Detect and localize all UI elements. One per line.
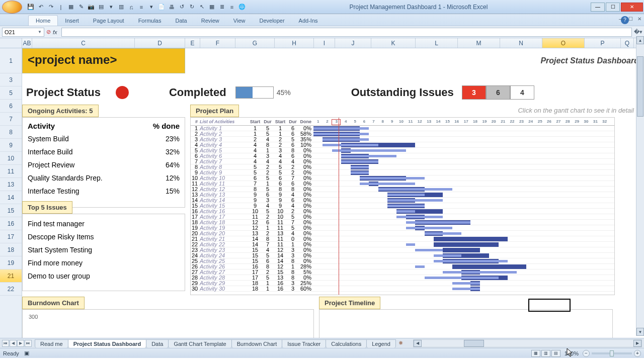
qat-icon[interactable]: ≣	[217, 3, 226, 12]
tab-first-icon[interactable]: ⏮	[2, 340, 9, 347]
ribbon-tab-review[interactable]: Review	[194, 16, 226, 26]
ribbon-tab-home[interactable]: Home	[28, 15, 58, 26]
scroll-up-icon[interactable]: ▲	[636, 36, 644, 44]
ribbon-tab-page-layout[interactable]: Page Layout	[86, 16, 131, 26]
column-header[interactable]: I	[314, 38, 335, 48]
row-header[interactable]: 19	[0, 256, 22, 269]
tab-nav[interactable]: ⏮ ◀ ▶ ⏭	[2, 340, 32, 347]
qat-icon[interactable]: ↖	[197, 3, 206, 12]
row-header[interactable]: 21	[0, 269, 22, 283]
ribbon-minimize-icon[interactable]: —	[618, 15, 625, 22]
column-header[interactable]: C	[32, 38, 135, 48]
column-header[interactable]: M	[458, 38, 500, 48]
qat-icon[interactable]: ▾	[147, 3, 156, 12]
row-header[interactable]: 16	[0, 217, 22, 230]
ribbon-restore-icon[interactable]: ☐	[627, 15, 634, 22]
zoom-level[interactable]: 130%	[565, 350, 579, 356]
zoom-thumb[interactable]	[610, 350, 614, 356]
qat-icon[interactable]: ▦	[66, 3, 75, 12]
row-header[interactable]: 1	[0, 48, 22, 73]
qat-icon[interactable]: ✎	[76, 3, 86, 12]
row-header[interactable]: 14	[0, 191, 22, 204]
column-header[interactable]: L	[416, 38, 458, 48]
undo-icon[interactable]: ↶	[36, 3, 45, 12]
qat-icon[interactable]: 🌐	[237, 3, 247, 12]
sheet-tab[interactable]: Project Status Dashboard	[68, 339, 146, 348]
qat-icon[interactable]: 🖶	[167, 3, 176, 12]
zoom-out-button[interactable]: −	[583, 350, 590, 357]
zoom-slider[interactable]	[592, 352, 632, 354]
ribbon-tab-data[interactable]: Data	[168, 16, 194, 26]
ribbon-tab-developer[interactable]: Developer	[252, 16, 291, 26]
sheet-tab[interactable]: Read me	[35, 339, 68, 348]
qat-icon[interactable]: ▾	[107, 3, 116, 12]
sheet-tab[interactable]: Burndown Chart	[231, 339, 283, 348]
row-header[interactable]: 7	[0, 113, 22, 126]
horizontal-scrollbar[interactable]: ◀ ▶	[413, 339, 642, 347]
column-header[interactable]: AB	[22, 38, 32, 48]
row-header[interactable]: 13	[0, 178, 22, 191]
column-header[interactable]: F	[200, 38, 235, 48]
insert-sheet-icon[interactable]: ✸	[398, 340, 403, 346]
column-header[interactable]: N	[500, 38, 542, 48]
tab-prev-icon[interactable]: ◀	[10, 340, 17, 347]
row-header[interactable]: 22	[0, 283, 22, 296]
qat-icon[interactable]: ≡	[227, 3, 236, 12]
gantt-row[interactable]: 30Activity 3018116360%	[191, 286, 614, 292]
qat-icon[interactable]: ↺	[177, 3, 186, 12]
qat-icon[interactable]: ↻	[187, 3, 196, 12]
qat-icon[interactable]: ▤	[97, 3, 106, 12]
row-header[interactable]: 3	[0, 73, 22, 86]
vscroll-thumb[interactable]	[637, 56, 643, 117]
cancel-icon[interactable]: ⊘	[46, 29, 51, 35]
sheet-tab[interactable]: Legend	[366, 339, 396, 348]
redo-icon[interactable]: ↷	[46, 3, 55, 12]
maximize-button[interactable]: ☐	[606, 3, 620, 12]
qat-icon[interactable]: ⎌	[127, 3, 136, 12]
qat-icon[interactable]: ≡	[137, 3, 146, 12]
fx-icon[interactable]: fx	[53, 29, 57, 35]
ribbon-tab-insert[interactable]: Insert	[58, 16, 86, 26]
page-layout-view-icon[interactable]: ▥	[541, 350, 550, 357]
project-name-cell[interactable]: <project name>	[22, 48, 185, 73]
hscroll-thumb[interactable]	[464, 340, 484, 347]
dropdown-icon[interactable]: ▼	[38, 30, 42, 34]
scroll-left-icon[interactable]: ◀	[414, 340, 422, 347]
macro-record-icon[interactable]: ▣	[24, 350, 29, 356]
qat-icon[interactable]: 📄	[157, 3, 166, 12]
ribbon-tab-add-ins[interactable]: Add-Ins	[292, 16, 325, 26]
column-header[interactable]: J	[335, 38, 371, 48]
row-header[interactable]: 11	[0, 165, 22, 178]
column-header[interactable]: Q	[621, 38, 634, 48]
qat-icon[interactable]: 📷	[87, 3, 96, 12]
column-header[interactable]: H	[275, 38, 314, 48]
column-header[interactable]: D	[135, 38, 185, 48]
column-header[interactable]: E	[185, 38, 200, 48]
scroll-right-icon[interactable]: ▶	[633, 340, 641, 347]
select-all-corner[interactable]	[0, 38, 22, 48]
row-header[interactable]: 15	[0, 204, 22, 217]
row-header[interactable]: 17	[0, 230, 22, 243]
project-plan-panel[interactable]: Project Plan #List of ActivitiesStartDur…	[190, 105, 615, 295]
worksheet[interactable]: <project name> Project Status Dashboard …	[22, 48, 644, 338]
scroll-down-icon[interactable]: ▼	[636, 328, 644, 336]
expand-formula-icon[interactable]: �▾	[634, 29, 642, 35]
row-header[interactable]: 6	[0, 100, 22, 113]
close-button[interactable]: ✕	[621, 3, 643, 12]
vertical-scrollbar[interactable]: ▲ ▼	[636, 36, 644, 336]
save-icon[interactable]: 💾	[26, 3, 35, 12]
formula-input[interactable]	[61, 28, 632, 37]
ribbon-tab-view[interactable]: View	[226, 16, 253, 26]
column-header[interactable]: G	[235, 38, 275, 48]
name-box[interactable]: O21 ▼	[2, 28, 44, 37]
normal-view-icon[interactable]: ▦	[531, 350, 540, 357]
sheet-tab[interactable]: Data	[146, 339, 169, 348]
ribbon-tab-formulas[interactable]: Formulas	[131, 16, 169, 26]
sheet-tab[interactable]: Gantt Chart Template	[168, 339, 231, 348]
row-header[interactable]: 10	[0, 152, 22, 165]
column-header[interactable]: P	[585, 38, 621, 48]
office-button[interactable]	[2, 1, 22, 14]
sheet-tab[interactable]: Issue Tracker	[282, 339, 326, 348]
row-header[interactable]: 18	[0, 243, 22, 256]
row-header[interactable]: 5	[0, 86, 22, 100]
